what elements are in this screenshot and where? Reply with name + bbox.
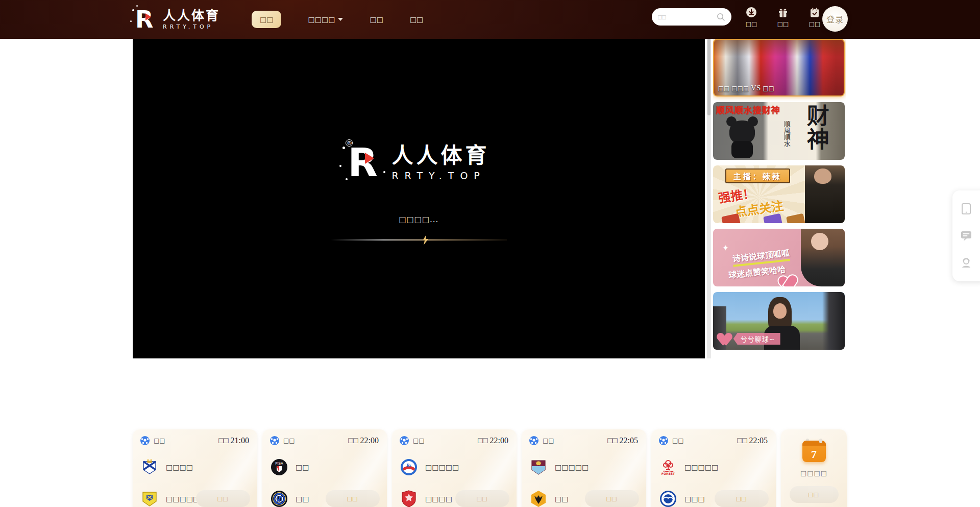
thumbnail-caption: □□ □□□ VS □□	[718, 84, 774, 92]
thumbnail-overlay-text: 顺风顺水接财神	[716, 103, 780, 116]
nav-item-categories[interactable]: □□□□	[308, 15, 343, 23]
player-brand: 人人体育	[391, 144, 489, 167]
reserve-button[interactable]: □□	[455, 490, 509, 507]
nottingham-forest-logo: FOREST	[658, 457, 678, 477]
league-label: □□	[154, 437, 165, 444]
svg-text:FOREST: FOREST	[662, 472, 675, 475]
gift-link[interactable]: □□	[773, 6, 793, 28]
match-card[interactable]: □□ □□ 22:05 □□□□□ □□ □□	[522, 429, 646, 507]
reserve-button[interactable]: □□	[715, 490, 769, 507]
match-time: □□ 22:00	[478, 436, 508, 445]
home-team-name: □□□□□	[684, 463, 718, 471]
heart-graphic	[778, 273, 798, 286]
real-sociedad-logo	[140, 457, 159, 477]
search-input[interactable]	[658, 13, 716, 21]
match-card[interactable]: □□ □□ 22:00 PISA □□ □□ □□	[262, 429, 387, 507]
download-label: □□	[746, 20, 757, 28]
login-button[interactable]: 登录	[822, 6, 848, 32]
aston-villa-logo	[529, 457, 548, 477]
device-icon	[961, 203, 972, 215]
svg-text:Rs: Rs	[406, 463, 411, 468]
home-team-name: □□□□□	[425, 463, 459, 471]
thumbnail-ribbon: 兮兮聊球~	[733, 333, 780, 345]
schedule-label: □□	[809, 20, 821, 28]
home-team-name: □□□□	[166, 463, 193, 471]
reserve-button[interactable]: □□	[196, 490, 250, 507]
bearbrick-figure	[724, 115, 760, 158]
chat-icon	[960, 230, 972, 242]
home-team-name: □□□□□	[555, 463, 589, 471]
schedule-label: □□□□	[800, 469, 827, 477]
match-card[interactable]: □□ □□ 21:00 □□□□ □□□□□□ □□	[133, 429, 257, 507]
support-icon	[960, 257, 972, 269]
schedule-link[interactable]: □□	[804, 6, 825, 28]
live-thumbnails-sidebar: □□ □□□ VS □□ 财神 順風順水 顺风顺水接财神 主播：辣辣 强推！ 点…	[713, 39, 846, 358]
loading-text: □□□□...	[399, 215, 438, 224]
thumbnail-streamer-lala[interactable]: 主播：辣辣 强推！ 点点关注	[713, 165, 845, 223]
away-team-name: □□□□	[425, 495, 452, 503]
brand-domain: RRTY.TOP	[163, 23, 220, 30]
customer-service-button[interactable]	[960, 256, 973, 270]
match-card[interactable]: □□ □□ 22:05 FOREST □□□□□ □□□ □□	[651, 429, 776, 507]
reserve-button[interactable]: □□	[326, 490, 380, 507]
home-team-name: □□	[296, 463, 309, 471]
player-watermark: ® R 人人体育 RRTY.TOP	[348, 142, 489, 183]
gift-label: □□	[777, 20, 789, 28]
soccer-ball-icon	[399, 436, 409, 446]
thumbnail-fortune-stream[interactable]: 财神 順風順水 顺风顺水接财神	[713, 102, 845, 160]
gift-icon	[777, 6, 789, 18]
match-time: □□ 22:00	[348, 436, 379, 445]
streamer-photo	[805, 165, 845, 223]
strasbourg-logo: Rs	[399, 457, 419, 477]
soccer-ball-icon	[140, 436, 150, 446]
thumbnail-match-stream[interactable]: □□ □□□ VS □□	[713, 39, 845, 96]
full-schedule-card[interactable]: 7 □□□□ □□	[781, 429, 847, 507]
mobile-app-button[interactable]	[960, 202, 973, 215]
main-nav: □□ □□□□ □□ □□	[252, 11, 423, 28]
calligraphy-text: 财神	[805, 104, 827, 151]
chevron-down-icon	[338, 18, 343, 21]
sidebar-scrollbar[interactable]	[707, 39, 711, 358]
brest-logo	[399, 489, 419, 507]
wolves-logo	[529, 489, 548, 507]
player-logo-r-icon: ® R	[348, 142, 384, 183]
floating-tools-panel	[952, 190, 980, 281]
soccer-ball-icon	[529, 436, 539, 446]
streamer-photo	[801, 229, 845, 286]
svg-text:PISA: PISA	[275, 462, 283, 466]
hero-section: ® R 人人体育 RRTY.TOP □□□□...	[133, 39, 846, 358]
league-label: □□	[413, 437, 425, 444]
quick-links: □□ □□ □□	[741, 6, 825, 28]
nav-item-home[interactable]: □□	[252, 11, 281, 28]
loading-progress-bar	[331, 239, 507, 240]
player-domain: RRTY.TOP	[391, 170, 489, 181]
brand-name: 人人体育	[163, 9, 220, 22]
thumbnail-streamer-shishi[interactable]: ✦ 诗诗说球顶呱呱 球迷点赞笑哈哈	[713, 229, 845, 286]
nav-item-3[interactable]: □□	[370, 15, 383, 23]
away-team-name: □□	[555, 495, 568, 503]
calendar-7-icon: 7	[802, 441, 826, 462]
league-label: □□	[283, 437, 295, 444]
logo-r-icon: R	[135, 7, 158, 32]
view-schedule-button[interactable]: □□	[790, 486, 839, 503]
search-icon[interactable]	[716, 12, 725, 21]
page: R 人人体育 RRTY.TOP □□ □□□□ □□ □□	[0, 0, 980, 507]
match-card[interactable]: □□ □□ 22:00 Rs □□□□□ □□□□ □□	[392, 429, 517, 507]
thumbnail-streamer-xixi[interactable]: 兮兮聊球~	[713, 292, 845, 350]
reserve-button[interactable]: □□	[585, 490, 639, 507]
upcoming-matches-row: □□ □□ 21:00 □□□□ □□□□□□ □□ □□ □□	[133, 429, 847, 507]
match-time: □□ 22:05	[737, 436, 768, 445]
away-team-name: □□□	[684, 495, 705, 503]
chat-button[interactable]	[960, 229, 973, 243]
sparkle-icon: ✦	[722, 243, 729, 253]
soccer-ball-icon	[658, 436, 669, 446]
brighton-logo	[658, 489, 678, 507]
site-logo[interactable]: R 人人体育 RRTY.TOP	[135, 7, 220, 32]
away-team-name: □□	[296, 495, 309, 503]
pisa-logo: PISA	[270, 457, 289, 477]
league-label: □□	[672, 437, 684, 444]
download-link[interactable]: □□	[741, 6, 762, 28]
nav-item-4[interactable]: □□	[410, 15, 423, 23]
video-player[interactable]: ® R 人人体育 RRTY.TOP □□□□...	[133, 39, 705, 358]
lightning-bolt-icon	[422, 235, 429, 245]
